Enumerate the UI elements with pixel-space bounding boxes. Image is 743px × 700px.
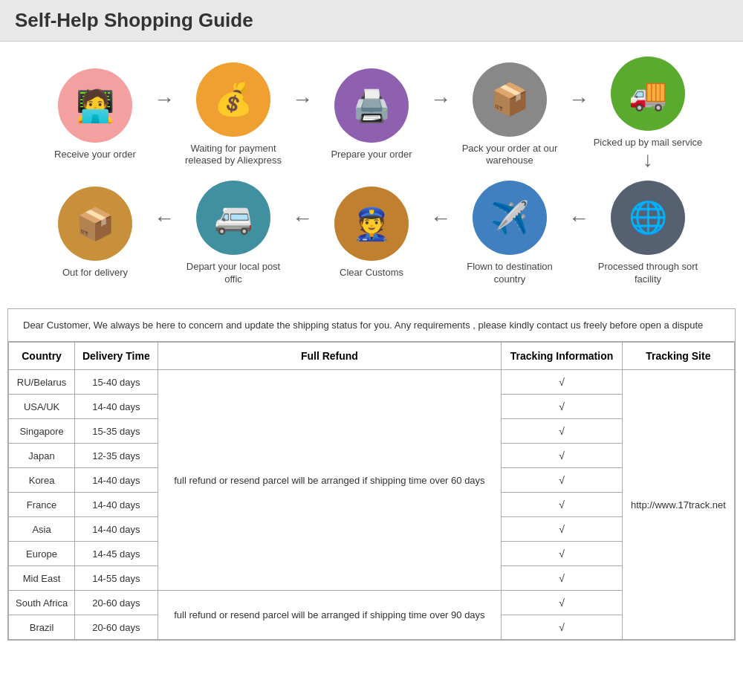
circle-pack: 📦 (473, 62, 547, 137)
header-site: Tracking Site (622, 343, 734, 370)
flow-item-pack: 📦 Pack your order at our warehouse (454, 62, 565, 168)
label-depart: Depart your local post offic (178, 261, 289, 286)
country-cell: Brazil (9, 615, 75, 640)
tracking-cell: √ (502, 419, 622, 444)
flow-item-delivery: 📦 Out for delivery (39, 187, 151, 279)
flow-item-prepare: 🖨️ Prepare your order (316, 68, 427, 161)
tracking-cell: √ (502, 370, 622, 395)
delivery-cell: 14-45 days (75, 542, 158, 566)
country-cell: South Africa (9, 591, 75, 615)
delivery-cell: 20-60 days (75, 591, 158, 615)
check-icon: √ (559, 499, 565, 511)
label-waiting: Waiting for payment released by Aliexpre… (178, 143, 289, 168)
tracking-cell: √ (502, 517, 622, 542)
delivery-cell: 20-60 days (75, 615, 158, 640)
refund-cell-group1: full refund or resend parcel will be arr… (158, 370, 502, 591)
label-receive: Receive your order (54, 149, 136, 161)
tracking-cell: √ (502, 493, 622, 517)
site-cell-all: http://www.17track.net (622, 370, 734, 640)
table-row: RU/Belarus 15-40 days full refund or res… (9, 370, 735, 395)
delivery-cell: 15-40 days (75, 370, 158, 395)
page-title: Self-Help Shopping Guide (15, 9, 728, 32)
arrow-3: → (430, 88, 451, 111)
check-icon: √ (559, 621, 565, 633)
check-icon: √ (559, 401, 565, 412)
page-wrapper: Self-Help Shopping Guide 🧑‍💻 Receive you… (0, 0, 743, 700)
label-processed: Processed through sort facility (592, 261, 704, 286)
arrow-8: ← (568, 207, 589, 230)
check-icon: √ (559, 597, 565, 609)
delivery-cell: 14-40 days (75, 395, 158, 419)
tracking-cell: √ (502, 468, 622, 493)
label-pack: Pack your order at our warehouse (454, 143, 565, 168)
delivery-cell: 14-40 days (75, 493, 158, 517)
label-prepare: Prepare your order (331, 149, 412, 161)
refund-cell-group2: full refund or resend parcel will be arr… (158, 591, 502, 640)
delivery-cell: 14-40 days (75, 517, 158, 542)
delivery-cell: 14-40 days (75, 468, 158, 493)
country-cell: Asia (9, 517, 75, 542)
label-flown: Flown to destination country (454, 261, 565, 286)
table-header-row: Country Delivery Time Full Refund Tracki… (9, 343, 735, 370)
circle-flown: ✈️ (473, 181, 547, 255)
tracking-cell: √ (502, 395, 622, 419)
delivery-cell: 15-35 days (75, 419, 158, 444)
circle-waiting: 💰 (196, 62, 270, 137)
check-icon: √ (559, 425, 565, 437)
delivery-cell: 12-35 days (75, 444, 158, 468)
flow-item-flown: ✈️ Flown to destination country (454, 181, 565, 286)
header-tracking: Tracking Information (502, 343, 622, 370)
arrow-down: ↓ (643, 149, 653, 170)
arrow-7: ← (430, 207, 451, 230)
check-icon: √ (559, 450, 565, 461)
flow-section: 🧑‍💻 Receive your order → 💰 Waiting for p… (0, 42, 743, 294)
tracking-cell: √ (502, 615, 622, 640)
tracking-cell: √ (502, 566, 622, 591)
flow-row-1: 🧑‍💻 Receive your order → 💰 Waiting for p… (22, 56, 721, 173)
circle-depart: 🚐 (196, 181, 270, 255)
flow-item-receive: 🧑‍💻 Receive your order (39, 68, 151, 161)
circle-delivery: 📦 (58, 187, 132, 261)
tracking-cell: √ (502, 591, 622, 615)
flow-item-processed: 🌐 Processed through sort facility (592, 181, 704, 286)
tracking-cell: √ (502, 542, 622, 566)
check-icon: √ (559, 548, 565, 560)
check-icon: √ (559, 474, 565, 486)
circle-prepare: 🖨️ (334, 68, 409, 143)
notice-text: Dear Customer, We always be here to conc… (23, 320, 703, 331)
flow-row-2: 📦 Out for delivery ← 🚐 Depart your local… (22, 181, 721, 286)
arrow-2: → (292, 88, 313, 111)
country-cell: Korea (9, 468, 75, 493)
label-delivery: Out for delivery (62, 267, 128, 279)
shipping-table: Country Delivery Time Full Refund Tracki… (8, 342, 735, 640)
title-bar: Self-Help Shopping Guide (0, 0, 743, 42)
check-icon: √ (559, 572, 565, 584)
country-cell: USA/UK (9, 395, 75, 419)
last-item-wrap: 🚚 Picked up by mail service ↓ (592, 56, 704, 173)
label-customs: Clear Customs (340, 267, 403, 279)
notice-row: Dear Customer, We always be here to conc… (8, 309, 735, 343)
country-cell: Europe (9, 542, 75, 566)
tracking-cell: √ (502, 444, 622, 468)
country-cell: RU/Belarus (9, 370, 75, 395)
header-country: Country (9, 343, 75, 370)
arrow-4: → (568, 88, 589, 111)
country-cell: Mid East (9, 566, 75, 591)
circle-processed: 🌐 (611, 181, 685, 255)
circle-customs: 👮 (334, 187, 409, 261)
country-cell: France (9, 493, 75, 517)
circle-receive: 🧑‍💻 (58, 68, 132, 143)
country-cell: Japan (9, 444, 75, 468)
arrow-5: ← (154, 207, 175, 230)
arrow-1: → (154, 88, 175, 111)
flow-item-pickup: 🚚 Picked up by mail service (592, 56, 704, 149)
country-cell: Singapore (9, 419, 75, 444)
table-section: Dear Customer, We always be here to conc… (7, 308, 736, 641)
header-delivery: Delivery Time (75, 343, 158, 370)
flow-item-customs: 👮 Clear Customs (316, 187, 427, 279)
flow-item-waiting: 💰 Waiting for payment released by Aliexp… (178, 62, 289, 168)
check-icon: √ (559, 523, 565, 535)
delivery-cell: 14-55 days (75, 566, 158, 591)
header-refund: Full Refund (158, 343, 502, 370)
circle-pickup: 🚚 (611, 56, 685, 131)
